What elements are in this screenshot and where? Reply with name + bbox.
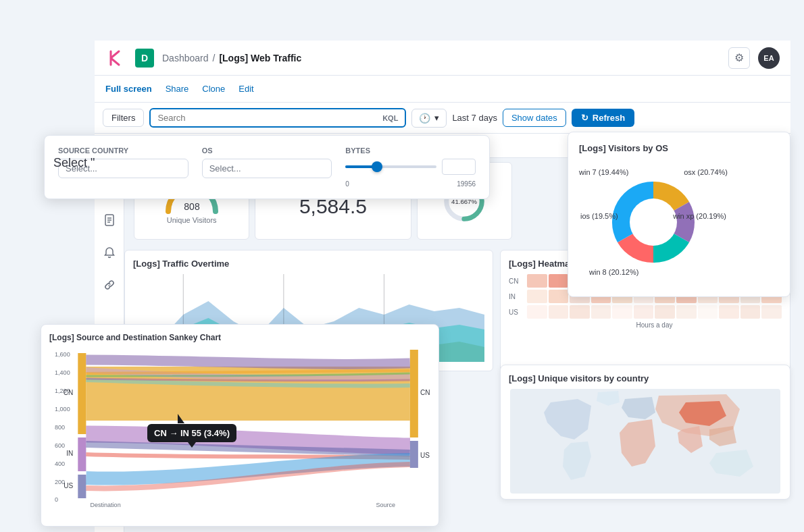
heatmap-cell <box>549 305 569 319</box>
worldmap-panel: [Logs] Unique visitors by country <box>500 365 790 500</box>
heatmap-label-in: IN <box>509 293 526 300</box>
tooltip-pointer <box>178 414 184 423</box>
filter-popup: Source Country Select... OS Select... By… <box>44 135 490 199</box>
svg-text:US: US <box>64 482 73 489</box>
slider-max-label: 19956 <box>457 180 476 188</box>
breadcrumb-base[interactable]: Dashboard <box>162 53 209 63</box>
svg-rect-12 <box>107 49 126 68</box>
svg-text:US: US <box>420 452 430 459</box>
os-select[interactable]: Select... <box>202 159 332 178</box>
user-avatar[interactable]: EA <box>758 47 780 69</box>
sankey-tooltip: CN → IN 55 (3.4%) <box>147 424 236 442</box>
pie-chart-panel: [Logs] Visitors by OS win 7 (19.44%) osx… <box>568 132 790 297</box>
sidebar-icon-link[interactable] <box>100 275 119 294</box>
search-box: KQL <box>149 108 406 128</box>
heatmap-cell <box>527 274 547 288</box>
topbar: D Dashboard / [Logs] Web Traffic ⚙ EA <box>95 41 790 76</box>
space-avatar: D <box>135 49 154 68</box>
bytes-label: Bytes <box>345 147 476 155</box>
donut-svg <box>579 161 728 283</box>
svg-text:400: 400 <box>55 460 65 467</box>
nav-edit[interactable]: Edit <box>238 84 253 94</box>
pie-chart-container: win 7 (19.44%) osx (20.74%) ios (19.5%) … <box>579 161 779 286</box>
settings-button[interactable]: ⚙ <box>728 47 750 69</box>
svg-text:Destination: Destination <box>90 502 120 508</box>
svg-text:1,400: 1,400 <box>55 369 70 376</box>
slider-row <box>345 159 476 175</box>
time-chevron: ▾ <box>434 113 439 123</box>
slider-min-label: 0 <box>345 180 349 188</box>
nav-fullscreen[interactable]: Full screen <box>105 84 152 94</box>
refresh-button[interactable]: ↻ Refresh <box>572 109 634 127</box>
heatmap-cell <box>655 305 675 319</box>
svg-rect-33 <box>78 475 86 498</box>
svg-text:0: 0 <box>55 496 58 503</box>
sidebar-icon-bell[interactable] <box>100 243 119 262</box>
heatmap-cell <box>740 305 761 319</box>
heatmap-cell <box>549 290 569 303</box>
worldmap-svg <box>509 389 782 494</box>
heatmap-cell <box>527 290 547 303</box>
breadcrumb: Dashboard / [Logs] Web Traffic <box>162 53 301 63</box>
svg-rect-34 <box>410 350 418 437</box>
sankey-chart-container: 1,600 1,400 1,200 1,000 800 600 400 200 … <box>49 346 430 511</box>
source-country-label: Source Country <box>58 147 189 155</box>
secondary-navbar: Full screen Share Clone Edit <box>95 76 790 103</box>
heatmap-cell <box>591 305 611 319</box>
traffic-chart-title: [Logs] Traffic Overtime <box>133 259 484 269</box>
bytes-col: Bytes 0 19956 <box>345 147 476 188</box>
pie-chart-title: [Logs] Visitors by OS <box>579 143 779 153</box>
bytes-slider-area: 0 19956 <box>345 159 476 188</box>
slider-labels: 0 19956 <box>345 180 476 188</box>
refresh-icon: ↻ <box>581 113 588 123</box>
svg-text:IN: IN <box>66 450 73 457</box>
heatmap-cell <box>527 305 547 319</box>
svg-text:1,600: 1,600 <box>55 351 70 358</box>
filters-button[interactable]: Filters <box>103 109 144 127</box>
time-picker[interactable]: 🕐 ▾ <box>411 109 447 128</box>
select-text: Select " <box>53 156 95 170</box>
worldmap-title: [Logs] Unique visitors by country <box>509 373 782 383</box>
topbar-actions: ⚙ EA <box>728 47 780 69</box>
breadcrumb-current: [Logs] Web Traffic <box>219 53 301 63</box>
heatmap-label-cn: CN <box>509 277 526 285</box>
heatmap-cell <box>570 305 590 319</box>
nav-share[interactable]: Share <box>166 84 189 94</box>
svg-text:Source: Source <box>376 502 395 508</box>
time-range-label: Last 7 days <box>452 113 497 123</box>
avg-bytes-value: 5,584.5 <box>299 196 367 217</box>
slider-max-input[interactable] <box>442 159 476 175</box>
filterbar: Filters KQL 🕐 ▾ Last 7 days Show dates ↻… <box>95 103 790 134</box>
os-col: OS Select... <box>202 147 332 178</box>
breadcrumb-separator: / <box>213 53 216 63</box>
nav-clone[interactable]: Clone <box>202 84 225 94</box>
kibana-logo <box>105 47 127 69</box>
clock-icon: 🕐 <box>419 113 430 124</box>
heatmap-label-us: US <box>509 309 526 316</box>
heatmap-cell <box>719 305 739 319</box>
svg-text:808: 808 <box>184 201 200 212</box>
sidebar-icon-doc[interactable] <box>100 211 119 230</box>
sankey-panel: [Logs] Source and Destination Sankey Cha… <box>41 324 439 527</box>
slider-thumb[interactable] <box>372 161 382 172</box>
svg-text:1,000: 1,000 <box>55 406 70 413</box>
svg-text:CN: CN <box>64 389 74 396</box>
filter-columns: Source Country Select... OS Select... By… <box>58 147 476 188</box>
sankey-title: [Logs] Source and Destination Sankey Cha… <box>49 333 430 342</box>
heatmap-cell <box>634 305 654 319</box>
unique-visitors-label: Unique Visitors <box>167 216 217 224</box>
heatmap-cell <box>549 274 569 288</box>
tooltip-arrow <box>188 442 196 448</box>
heatmap-cell <box>761 305 782 319</box>
search-input[interactable] <box>157 113 377 123</box>
show-dates-button[interactable]: Show dates <box>503 109 566 127</box>
svg-point-21 <box>630 198 677 246</box>
slider-track[interactable] <box>345 165 436 168</box>
sankey-svg: 1,600 1,400 1,200 1,000 800 600 400 200 … <box>49 346 430 508</box>
tooltip-text: CN → IN 55 (3.4%) <box>154 428 230 438</box>
heatmap-cell <box>612 305 632 319</box>
heatmap-cell <box>698 305 718 319</box>
svg-rect-32 <box>78 437 86 471</box>
os-label: OS <box>202 147 332 155</box>
svg-text:600: 600 <box>55 442 65 449</box>
